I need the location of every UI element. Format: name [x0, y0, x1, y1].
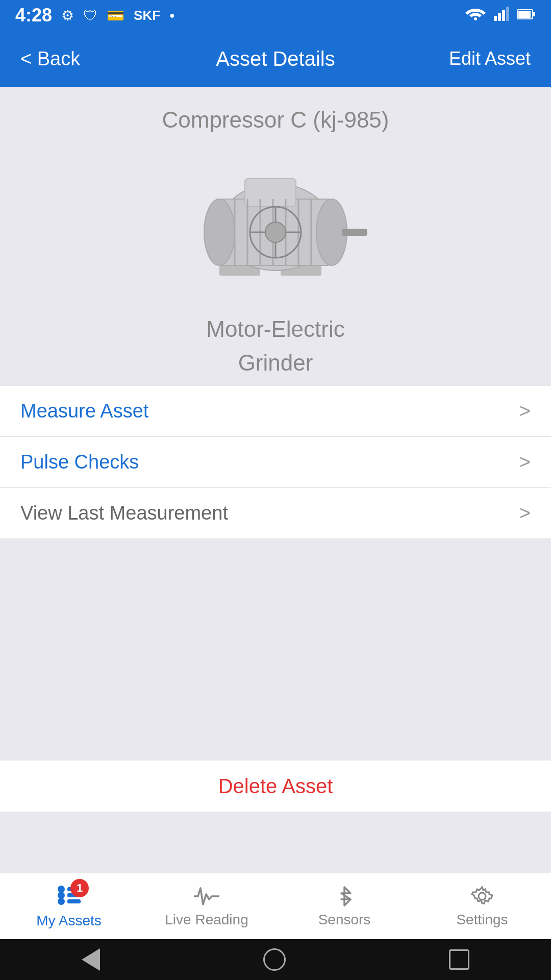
- view-last-measurement-arrow: >: [519, 502, 531, 524]
- edit-asset-button[interactable]: Edit Asset: [449, 48, 531, 69]
- asset-location: Grinder: [238, 350, 313, 376]
- asset-name: Compressor C (kj-985): [162, 107, 389, 133]
- live-reading-label: Live Reading: [165, 912, 248, 928]
- content-filler: [0, 539, 551, 761]
- settings-label: Settings: [456, 912, 508, 928]
- svg-point-24: [265, 222, 286, 242]
- delete-asset-label: Delete Asset: [218, 775, 333, 798]
- wave-icon: [194, 885, 219, 908]
- svg-point-30: [58, 892, 65, 899]
- shield-icon: 🛡: [83, 7, 97, 24]
- sim-icon: 💳: [107, 7, 124, 24]
- svg-rect-6: [518, 11, 531, 18]
- asset-type: Motor-Electric: [206, 316, 344, 342]
- pulse-checks-item[interactable]: Pulse Checks >: [0, 437, 551, 488]
- measure-asset-arrow: >: [519, 400, 531, 422]
- home-circle-icon: [263, 948, 286, 971]
- bottom-filler: [0, 812, 551, 873]
- bottom-nav: 1 My Assets Live Reading Sensors Setting…: [0, 873, 551, 939]
- svg-rect-22: [342, 229, 367, 236]
- svg-rect-7: [533, 12, 535, 16]
- battery-icon: [517, 6, 536, 25]
- recents-square-icon: [449, 949, 469, 970]
- back-triangle-icon: [82, 948, 100, 971]
- page-title: Asset Details: [216, 47, 335, 70]
- status-time: 4:28: [15, 5, 52, 26]
- bluetooth-icon: [334, 885, 355, 908]
- status-right: [465, 6, 536, 25]
- gear-icon: [470, 885, 494, 908]
- svg-rect-2: [498, 13, 501, 21]
- nav-bar: < Back Asset Details Edit Asset: [0, 31, 551, 87]
- pulse-checks-arrow: >: [519, 451, 531, 473]
- asset-image: [179, 148, 372, 301]
- pulse-checks-label: Pulse Checks: [20, 451, 139, 473]
- wifi-icon: [465, 6, 486, 25]
- measure-asset-item[interactable]: Measure Asset >: [0, 386, 551, 437]
- svg-rect-34: [67, 899, 81, 903]
- signal-icon: [494, 6, 509, 25]
- menu-section: Measure Asset > Pulse Checks > View Last…: [0, 386, 551, 539]
- delete-asset-section[interactable]: Delete Asset: [0, 761, 551, 812]
- android-nav: [0, 939, 551, 980]
- svg-point-36: [479, 893, 486, 900]
- status-bar: 4:28 ⚙ 🛡 💳 SKF ●: [0, 0, 551, 31]
- svg-point-29: [58, 886, 65, 893]
- svg-point-0: [474, 17, 477, 20]
- skf-label: SKF: [134, 8, 160, 23]
- dot-icon: ●: [169, 10, 175, 21]
- svg-rect-12: [245, 179, 296, 207]
- status-left: 4:28 ⚙ 🛡 💳 SKF ●: [15, 5, 175, 26]
- view-last-measurement-item[interactable]: View Last Measurement >: [0, 488, 551, 539]
- my-assets-badge: 1: [70, 879, 89, 897]
- my-assets-label: My Assets: [36, 913, 102, 929]
- svg-point-20: [204, 199, 235, 265]
- tab-live-reading[interactable]: Live Reading: [138, 873, 276, 939]
- back-button[interactable]: < Back: [20, 48, 102, 70]
- my-assets-icon-container: 1: [56, 884, 82, 909]
- measure-asset-label: Measure Asset: [20, 400, 148, 422]
- svg-point-31: [58, 898, 65, 905]
- view-last-measurement-label: View Last Measurement: [20, 502, 228, 524]
- android-back-button[interactable]: [82, 948, 100, 971]
- sensors-label: Sensors: [318, 912, 371, 928]
- android-recents-button[interactable]: [449, 949, 469, 970]
- asset-header: Compressor C (kj-985): [0, 87, 551, 386]
- svg-rect-4: [506, 7, 509, 21]
- svg-rect-3: [502, 10, 505, 21]
- settings-icon: ⚙: [61, 7, 74, 24]
- android-home-button[interactable]: [263, 948, 286, 971]
- tab-my-assets[interactable]: 1 My Assets: [0, 873, 138, 939]
- svg-rect-1: [494, 16, 497, 21]
- tab-sensors[interactable]: Sensors: [276, 873, 413, 939]
- tab-settings[interactable]: Settings: [413, 873, 551, 939]
